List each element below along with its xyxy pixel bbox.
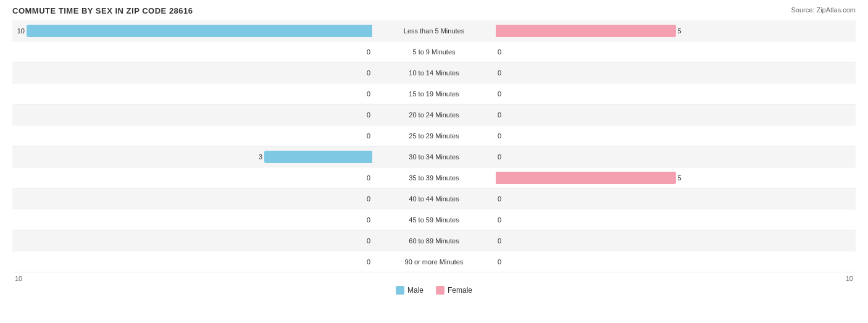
female-area: 0: [496, 230, 856, 251]
female-value: 0: [498, 69, 510, 77]
row-label: Less than 5 Minutes: [372, 27, 496, 35]
table-row: 0 20 to 24 Minutes 0: [12, 104, 856, 125]
male-bar-wrap: 0: [12, 62, 372, 83]
row-label: 35 to 39 Minutes: [372, 174, 496, 182]
male-bar-wrap: 0: [12, 125, 372, 146]
female-bar-wrap: 0: [496, 146, 856, 167]
male-area: 0: [12, 83, 372, 104]
female-value: 0: [498, 237, 510, 245]
female-bar-wrap: 0: [496, 41, 856, 62]
male-value: 0: [358, 90, 370, 98]
male-area: 0: [12, 41, 372, 62]
female-area: 0: [496, 209, 856, 230]
table-row: 0 45 to 59 Minutes 0: [12, 209, 856, 230]
male-bar-wrap: 0: [12, 104, 372, 125]
female-bar-wrap: 5: [496, 20, 856, 41]
row-label: 5 to 9 Minutes: [372, 48, 496, 56]
female-value: 0: [498, 153, 510, 161]
female-area: 0: [496, 83, 856, 104]
female-bar-wrap: 0: [496, 188, 856, 209]
male-area: 0: [12, 104, 372, 125]
male-value: 0: [358, 258, 370, 266]
male-bar-wrap: 3: [12, 146, 372, 167]
male-bar-wrap: 10: [12, 20, 372, 41]
female-area: 0: [496, 146, 856, 167]
row-label: 40 to 44 Minutes: [372, 195, 496, 203]
male-area: 0: [12, 167, 372, 188]
female-bar: [496, 25, 676, 37]
male-label: Male: [407, 286, 424, 295]
female-area: 5: [496, 20, 856, 41]
male-bar-wrap: 0: [12, 83, 372, 104]
male-bar: [27, 25, 372, 37]
table-row: 0 40 to 44 Minutes 0: [12, 188, 856, 209]
chart-title: COMMUTE TIME BY SEX IN ZIP CODE 28616: [12, 6, 856, 15]
female-bar: [496, 172, 676, 184]
male-bar: [264, 151, 372, 163]
female-value: 0: [498, 48, 510, 56]
axis-right: 10: [496, 275, 856, 282]
male-value: 3: [250, 153, 262, 161]
row-label: 20 to 24 Minutes: [372, 111, 496, 119]
female-bar-wrap: 0: [496, 125, 856, 146]
row-label: 90 or more Minutes: [372, 258, 496, 266]
row-label: 30 to 34 Minutes: [372, 153, 496, 161]
chart-rows: 10 Less than 5 Minutes 5 0 5 to 9 Minute…: [12, 20, 856, 272]
female-bar-wrap: 0: [496, 251, 856, 272]
female-value: 0: [498, 258, 510, 266]
female-label: Female: [448, 286, 472, 295]
male-color-box: [396, 286, 404, 295]
female-area: 0: [496, 104, 856, 125]
table-row: 0 60 to 89 Minutes 0: [12, 230, 856, 251]
row-label: 15 to 19 Minutes: [372, 90, 496, 98]
male-value: 0: [358, 174, 370, 182]
female-area: 0: [496, 188, 856, 209]
female-bar-wrap: 5: [496, 167, 856, 188]
female-value: 0: [498, 216, 510, 224]
male-bar-wrap: 0: [12, 41, 372, 62]
male-value: 0: [358, 111, 370, 119]
female-color-box: [436, 286, 444, 295]
female-area: 0: [496, 125, 856, 146]
female-area: 0: [496, 251, 856, 272]
table-row: 0 90 or more Minutes 0: [12, 251, 856, 272]
male-area: 10: [12, 20, 372, 41]
row-label: 45 to 59 Minutes: [372, 216, 496, 224]
female-bar-wrap: 0: [496, 83, 856, 104]
male-value: 0: [358, 237, 370, 245]
chart-container: COMMUTE TIME BY SEX IN ZIP CODE 28616 So…: [0, 0, 868, 323]
female-area: 0: [496, 62, 856, 83]
female-bar-wrap: 0: [496, 104, 856, 125]
female-bar-wrap: 0: [496, 230, 856, 251]
male-bar-wrap: 0: [12, 251, 372, 272]
male-area: 3: [12, 146, 372, 167]
male-bar-wrap: 0: [12, 209, 372, 230]
male-area: 0: [12, 125, 372, 146]
male-value: 0: [358, 132, 370, 140]
male-area: 0: [12, 230, 372, 251]
female-value: 0: [498, 132, 510, 140]
male-bar-wrap: 0: [12, 230, 372, 251]
table-row: 10 Less than 5 Minutes 5: [12, 20, 856, 41]
row-label: 25 to 29 Minutes: [372, 132, 496, 140]
table-row: 0 5 to 9 Minutes 0: [12, 41, 856, 62]
table-row: 3 30 to 34 Minutes 0: [12, 146, 856, 167]
source-label: Source: ZipAtlas.com: [791, 6, 856, 14]
female-value: 0: [498, 195, 510, 203]
male-bar-wrap: 0: [12, 188, 372, 209]
table-row: 0 35 to 39 Minutes 5: [12, 167, 856, 188]
row-label: 60 to 89 Minutes: [372, 237, 496, 245]
female-bar-wrap: 0: [496, 62, 856, 83]
male-area: 0: [12, 62, 372, 83]
legend-female: Female: [436, 286, 472, 295]
table-row: 0 15 to 19 Minutes 0: [12, 83, 856, 104]
female-value: 0: [498, 90, 510, 98]
male-value: 10: [12, 27, 25, 35]
male-area: 0: [12, 209, 372, 230]
male-area: 0: [12, 188, 372, 209]
male-value: 0: [358, 216, 370, 224]
female-value: 5: [678, 174, 690, 182]
female-area: 0: [496, 41, 856, 62]
table-row: 0 25 to 29 Minutes 0: [12, 125, 856, 146]
male-value: 0: [358, 195, 370, 203]
